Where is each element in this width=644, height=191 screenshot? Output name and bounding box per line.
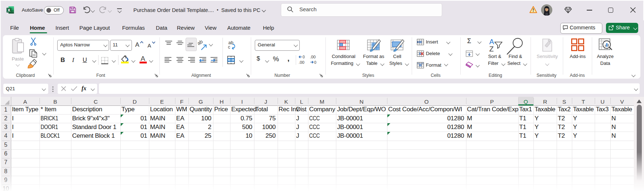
svg-text:0: 0 [303,55,305,59]
svg-text:X: X [8,8,11,12]
svg-text:0: 0 [314,60,316,65]
svg-text:Z: Z [489,45,494,53]
svg-text:.00: .00 [310,55,316,59]
svg-text:.00: .00 [299,60,304,65]
